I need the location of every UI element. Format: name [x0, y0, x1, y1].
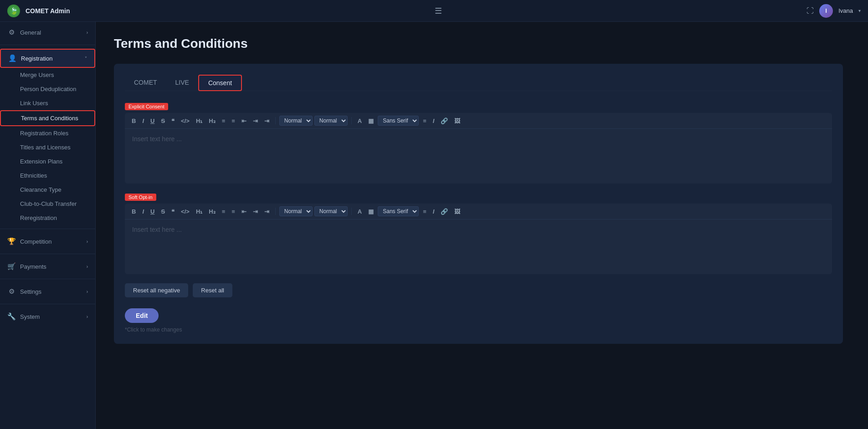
sidebar-item-clearance-type[interactable]: Clearance Type — [0, 183, 95, 197]
underline-button-1[interactable]: U — [148, 117, 157, 125]
image-button-1[interactable]: 🖼 — [452, 117, 462, 125]
link-button-2[interactable]: 🔗 — [438, 208, 450, 215]
soft-optin-toolbar: B I U S ❝ </> H₁ H₂ ≡ ≡ ⇤ ⇥ ⇥ — [125, 204, 832, 220]
font-color-button-1[interactable]: A — [355, 117, 364, 125]
toolbar-sep-3 — [275, 208, 276, 215]
sidebar-label-general: General — [20, 29, 82, 36]
chevron-right-icon-comp: › — [87, 239, 88, 244]
underline-button-2[interactable]: U — [148, 208, 157, 215]
h2-button-1[interactable]: H₂ — [206, 117, 217, 125]
soft-optin-body[interactable]: Insert text here ... — [125, 220, 832, 274]
font-color-button-2[interactable]: A — [355, 208, 364, 215]
indent-button-2[interactable]: ⇥ — [262, 208, 272, 215]
toolbar-sep-1 — [275, 117, 276, 124]
italic-button-1[interactable]: I — [140, 117, 146, 125]
sidebar-label-system: System — [20, 313, 82, 320]
sidebar-label-settings: Settings — [20, 288, 82, 295]
italic-icon-button-2[interactable]: I — [431, 208, 437, 215]
gear-icon: ⚙ — [7, 28, 15, 36]
sidebar-item-competition[interactable]: 🏆 Competition › — [0, 233, 95, 250]
align-left-button-2[interactable]: ⇤ — [239, 208, 249, 215]
highlight-button-1[interactable]: ▦ — [366, 117, 376, 125]
settings-icon: ⚙ — [7, 287, 15, 296]
h1-button-2[interactable]: H₁ — [194, 208, 205, 215]
blockquote-button-1[interactable]: ❝ — [169, 117, 177, 125]
tab-comet[interactable]: COMET — [125, 75, 166, 91]
font-select-1[interactable]: Sans Serif — [378, 116, 419, 126]
align-left-button-1[interactable]: ⇤ — [239, 117, 249, 125]
soft-optin-editor[interactable]: B I U S ❝ </> H₁ H₂ ≡ ≡ ⇤ ⇥ ⇥ — [125, 204, 832, 274]
chevron-down-icon: ˅ — [85, 56, 87, 61]
sidebar-item-terms-conditions[interactable]: Terms and Conditions — [0, 110, 95, 126]
align-icon-button-1[interactable]: ≡ — [421, 117, 429, 125]
italic-icon-button-1[interactable]: I — [431, 117, 437, 125]
toolbar-sep-2 — [351, 117, 352, 124]
h2-button-2[interactable]: H₂ — [206, 208, 217, 215]
layout: ⚙ General › 👤 Registration ˅ Merge Users… — [0, 22, 868, 429]
style-select-1[interactable]: Normal — [279, 116, 313, 126]
link-button-1[interactable]: 🔗 — [438, 117, 450, 125]
reset-negative-button[interactable]: Reset all negative — [125, 283, 188, 297]
sidebar-item-settings[interactable]: ⚙ Settings › — [0, 283, 95, 300]
sidebar-item-club-transfer[interactable]: Club-to-Club Transfer — [0, 197, 95, 211]
size-select-2[interactable]: Normal — [314, 206, 348, 216]
sidebar-label-registration: Registration — [21, 55, 80, 62]
indent-button-1[interactable]: ⇥ — [262, 117, 272, 125]
bold-button-1[interactable]: B — [129, 117, 138, 125]
sidebar-item-extension-plans[interactable]: Extension Plans — [0, 154, 95, 169]
ol-button-2[interactable]: ≡ — [220, 208, 228, 215]
sidebar-item-payments[interactable]: 🛒 Payments › — [0, 258, 95, 275]
sidebar-item-person-dedup[interactable]: Person Deduplication — [0, 82, 95, 96]
tab-live[interactable]: LIVE — [166, 75, 198, 91]
soft-optin-section: Soft Opt-in B I U S ❝ </> H₁ H₂ ≡ ≡ ⇤ — [125, 193, 832, 274]
chevron-down-icon[interactable]: ▾ — [858, 8, 861, 13]
align-icon-button-2[interactable]: ≡ — [421, 208, 429, 215]
topnav-right: ⛶ I Ivana ▾ — [806, 4, 861, 18]
main-content: Terms and Conditions COMET LIVE Consent … — [96, 22, 868, 429]
font-select-2[interactable]: Sans Serif — [378, 206, 419, 216]
sidebar-item-reregistration[interactable]: Reregistration — [0, 211, 95, 225]
tab-consent[interactable]: Consent — [198, 75, 242, 91]
blockquote-button-2[interactable]: ❝ — [169, 208, 177, 215]
code-button-2[interactable]: </> — [179, 208, 192, 215]
explicit-consent-body[interactable]: Insert text here ... — [125, 129, 832, 184]
sidebar-item-general[interactable]: ⚙ General › — [0, 24, 95, 41]
edit-button[interactable]: Edit — [125, 308, 159, 323]
size-select-1[interactable]: Normal — [314, 116, 348, 126]
image-button-2[interactable]: 🖼 — [452, 208, 462, 215]
app-logo: 🍃 — [7, 5, 20, 17]
sidebar: ⚙ General › 👤 Registration ˅ Merge Users… — [0, 22, 96, 429]
sidebar-item-system[interactable]: 🔧 System › — [0, 308, 95, 325]
ul-button-2[interactable]: ≡ — [229, 208, 237, 215]
highlight-button-2[interactable]: ▦ — [366, 208, 376, 215]
sidebar-item-registration-roles[interactable]: Registration Roles — [0, 126, 95, 140]
sidebar-label-competition: Competition — [20, 238, 82, 245]
chevron-right-icon-sys: › — [87, 314, 88, 319]
strikethrough-button-1[interactable]: S — [159, 117, 167, 125]
h1-button-1[interactable]: H₁ — [194, 117, 205, 125]
sidebar-item-merge-users[interactable]: Merge Users — [0, 68, 95, 82]
explicit-consent-editor[interactable]: B I U S ❝ </> H₁ H₂ ≡ ≡ ⇤ ⇥ ⇥ — [125, 113, 832, 184]
sidebar-divider — [0, 45, 95, 45]
sidebar-section-general: ⚙ General › — [0, 22, 95, 43]
hamburger-icon[interactable]: ☰ — [431, 4, 446, 18]
topnav: 🍃 COMET Admin ☰ ⛶ I Ivana ▾ — [0, 0, 868, 22]
sidebar-item-registration[interactable]: 👤 Registration ˅ — [0, 49, 95, 68]
align-right-button-2[interactable]: ⇥ — [251, 208, 260, 215]
ul-button-1[interactable]: ≡ — [229, 117, 237, 125]
ol-button-1[interactable]: ≡ — [220, 117, 228, 125]
explicit-consent-toolbar: B I U S ❝ </> H₁ H₂ ≡ ≡ ⇤ ⇥ ⇥ — [125, 113, 832, 129]
reset-all-button[interactable]: Reset all — [193, 283, 232, 297]
code-button-1[interactable]: </> — [179, 117, 192, 125]
italic-button-2[interactable]: I — [140, 208, 146, 215]
sidebar-item-link-users[interactable]: Link Users — [0, 96, 95, 110]
style-select-2[interactable]: Normal — [279, 206, 313, 216]
expand-icon[interactable]: ⛶ — [806, 7, 814, 15]
sidebar-item-ethnicities[interactable]: Ethnicities — [0, 169, 95, 183]
strikethrough-button-2[interactable]: S — [159, 208, 167, 215]
sidebar-item-titles-licenses[interactable]: Titles and Licenses — [0, 140, 95, 154]
align-right-button-1[interactable]: ⇥ — [251, 117, 260, 125]
tabs-container: COMET LIVE Consent — [125, 75, 832, 91]
bold-button-2[interactable]: B — [129, 208, 138, 215]
topnav-left: 🍃 COMET Admin — [7, 5, 70, 17]
